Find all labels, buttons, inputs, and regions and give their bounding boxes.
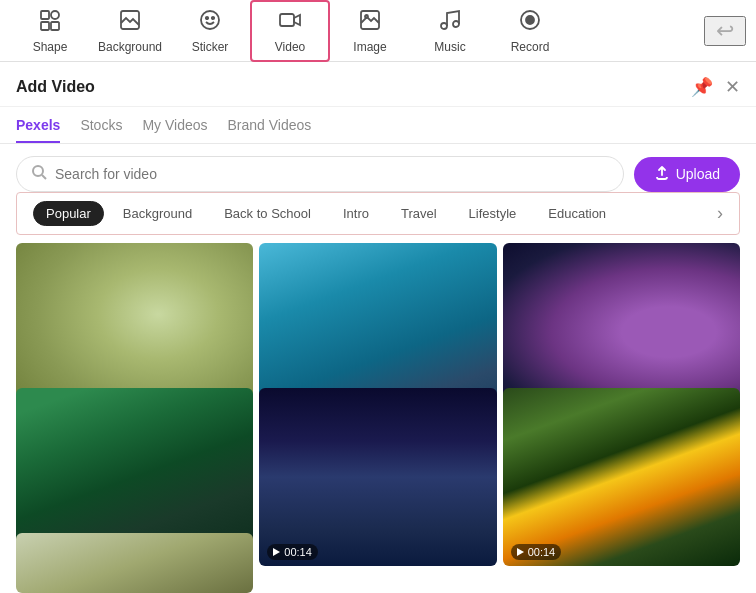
svg-point-7 xyxy=(212,16,214,18)
play-icon-6 xyxy=(517,548,524,556)
search-row: Upload xyxy=(0,156,756,192)
add-video-panel: Add Video 📌 ✕ Pexels Stocks My Videos Br… xyxy=(0,62,756,593)
toolbar-item-image[interactable]: Image xyxy=(330,0,410,62)
toolbar-item-video-label: Video xyxy=(275,40,305,54)
filter-intro[interactable]: Intro xyxy=(330,201,382,226)
toolbar-item-shape-label: Shape xyxy=(33,40,68,54)
toolbar-item-record-label: Record xyxy=(511,40,550,54)
video-thumb-7[interactable] xyxy=(16,533,253,593)
toolbar: Shape Background Sticker xyxy=(0,0,756,62)
tab-stocks[interactable]: Stocks xyxy=(80,117,122,143)
tab-brand-videos[interactable]: Brand Videos xyxy=(228,117,312,143)
toolbar-item-sticker[interactable]: Sticker xyxy=(170,0,250,62)
tab-pexels[interactable]: Pexels xyxy=(16,117,60,143)
video-thumb-5[interactable]: 00:14 xyxy=(259,388,496,566)
toolbar-item-music[interactable]: Music xyxy=(410,0,490,62)
shape-icon xyxy=(38,8,62,38)
svg-point-14 xyxy=(526,16,534,24)
video-duration-6: 00:14 xyxy=(511,544,562,560)
filter-education[interactable]: Education xyxy=(535,201,619,226)
svg-point-12 xyxy=(453,21,459,27)
filter-row: Popular Background Back to School Intro … xyxy=(16,192,740,235)
panel-title: Add Video xyxy=(16,78,95,96)
background-icon xyxy=(118,8,142,38)
panel-actions: 📌 ✕ xyxy=(691,76,740,98)
image-icon xyxy=(358,8,382,38)
filter-background[interactable]: Background xyxy=(110,201,205,226)
record-icon xyxy=(518,8,542,38)
toolbar-item-shape[interactable]: Shape xyxy=(10,0,90,62)
video-grid: 00:09 00:21 00:30 01:26 00:14 xyxy=(0,243,756,593)
video-duration-5: 00:14 xyxy=(267,544,318,560)
svg-point-6 xyxy=(206,16,208,18)
svg-rect-0 xyxy=(41,11,49,19)
play-icon-5 xyxy=(273,548,280,556)
upload-button[interactable]: Upload xyxy=(634,157,740,192)
panel-header: Add Video 📌 ✕ xyxy=(0,62,756,107)
filter-lifestyle[interactable]: Lifestyle xyxy=(456,201,530,226)
svg-rect-2 xyxy=(41,22,49,30)
toolbar-item-video[interactable]: Video xyxy=(250,0,330,62)
svg-point-1 xyxy=(51,11,59,19)
search-icon xyxy=(31,164,47,184)
svg-rect-8 xyxy=(280,14,294,26)
filter-back-to-school[interactable]: Back to School xyxy=(211,201,324,226)
tabs-row: Pexels Stocks My Videos Brand Videos xyxy=(0,107,756,144)
toolbar-item-background[interactable]: Background xyxy=(90,0,170,62)
svg-rect-3 xyxy=(51,22,59,30)
search-bar xyxy=(16,156,624,192)
tab-my-videos[interactable]: My Videos xyxy=(142,117,207,143)
svg-point-15 xyxy=(33,166,43,176)
music-icon xyxy=(438,8,462,38)
toolbar-item-sticker-label: Sticker xyxy=(192,40,229,54)
svg-point-5 xyxy=(201,11,219,29)
toolbar-items: Shape Background Sticker xyxy=(10,0,704,62)
back-button[interactable]: ↩ xyxy=(704,16,746,46)
filter-travel[interactable]: Travel xyxy=(388,201,450,226)
video-icon xyxy=(278,8,302,38)
video-thumb-6[interactable]: 00:14 xyxy=(503,388,740,566)
filter-chevron-icon[interactable]: › xyxy=(717,203,723,224)
upload-icon xyxy=(654,165,670,184)
toolbar-item-background-label: Background xyxy=(98,40,162,54)
toolbar-item-image-label: Image xyxy=(353,40,386,54)
svg-line-16 xyxy=(42,175,46,179)
sticker-icon xyxy=(198,8,222,38)
toolbar-item-music-label: Music xyxy=(434,40,465,54)
pin-button[interactable]: 📌 xyxy=(691,76,713,98)
filter-popular[interactable]: Popular xyxy=(33,201,104,226)
search-input[interactable] xyxy=(55,166,609,182)
close-button[interactable]: ✕ xyxy=(725,76,740,98)
toolbar-item-record[interactable]: Record xyxy=(490,0,570,62)
svg-point-11 xyxy=(441,23,447,29)
upload-label: Upload xyxy=(676,166,720,182)
